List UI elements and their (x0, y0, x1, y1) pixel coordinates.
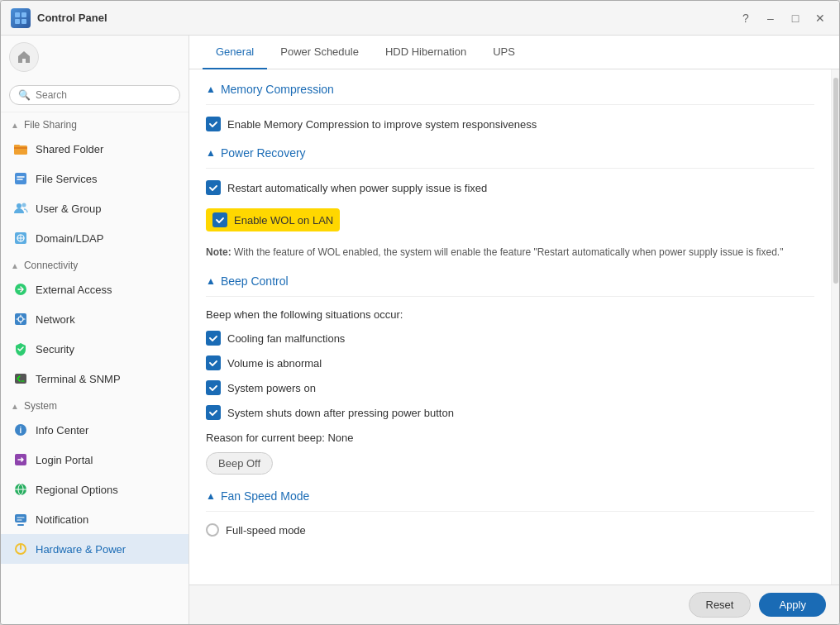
scroll-thumb[interactable] (833, 78, 838, 284)
tab-general[interactable]: General (203, 36, 267, 69)
search-box[interactable]: 🔍 (9, 85, 180, 105)
terminal-icon (12, 370, 29, 387)
check-text-system-powers-on: System powers on (227, 382, 316, 394)
tab-power-schedule[interactable]: Power Schedule (267, 36, 372, 69)
external-access-label: External Access (36, 284, 112, 296)
sidebar-item-notification[interactable]: Notification (1, 504, 189, 534)
login-portal-label: Login Portal (36, 454, 93, 466)
wol-row[interactable]: Enable WOL on LAN (206, 208, 340, 231)
network-label: Network (36, 313, 75, 326)
home-button[interactable] (9, 42, 39, 72)
close-button[interactable]: ✕ (811, 9, 829, 27)
check-text-cooling-fan: Cooling fan malfunctions (227, 332, 345, 345)
domain-ldap-label: Domain/LDAP (36, 232, 103, 245)
home-section (1, 36, 189, 79)
regional-options-icon (12, 481, 29, 498)
hardware-power-label: Hardware & Power (36, 543, 126, 556)
sidebar-item-network[interactable]: Network (1, 304, 189, 334)
sidebar-item-login-portal[interactable]: Login Portal (1, 445, 189, 475)
section-header-system[interactable]: ▲ System (1, 394, 189, 415)
check-row-cooling-fan: Cooling fan malfunctions (206, 326, 814, 351)
shared-folder-label: Shared Folder (36, 143, 103, 155)
scroll-track (831, 69, 839, 584)
help-button[interactable]: ? (737, 9, 755, 27)
chevron-icon: ▲ (11, 121, 19, 130)
scroll-area: ▲ Memory Compression Enable Memory Compr… (189, 69, 831, 584)
svg-rect-5 (14, 145, 20, 147)
beep-reason: Reason for current beep: None (206, 428, 814, 447)
minimize-button[interactable]: – (761, 9, 780, 27)
divider-fan-speed (206, 511, 814, 512)
tab-hdd-hibernation[interactable]: HDD Hibernation (372, 36, 480, 69)
check-icon-system-shuts-down (206, 405, 221, 420)
wol-label: Enable WOL on LAN (234, 214, 333, 227)
check-row-power-restart: Restart automatically when power supply … (206, 175, 814, 200)
sidebar-item-security[interactable]: Security (1, 334, 189, 364)
divider-power-recovery (206, 168, 814, 169)
sidebar-item-terminal-snmp[interactable]: Terminal & SNMP (1, 364, 189, 394)
check-icon-system-powers-on (206, 380, 221, 395)
info-center-icon: i (12, 422, 29, 438)
sidebar: 🔍 ▲ File Sharing Shared Folder (1, 36, 189, 624)
check-row-volume-abnormal: Volume is abnormal (206, 351, 814, 375)
beep-off-button[interactable]: Beep Off (206, 452, 273, 475)
section-header-file-sharing[interactable]: ▲ File Sharing (1, 112, 189, 134)
titlebar-left: Control Panel (11, 8, 107, 28)
section-header-power-recovery: ▲ Power Recovery (206, 146, 814, 160)
divider-memory (206, 104, 814, 105)
check-text-volume-abnormal: Volume is abnormal (227, 357, 322, 370)
domain-icon (12, 230, 29, 246)
section-beep-control: ▲ Beep Control Beep when the following s… (206, 274, 814, 479)
user-group-icon (12, 200, 29, 217)
notification-label: Notification (36, 513, 88, 526)
hardware-power-icon (12, 541, 29, 557)
reset-button[interactable]: Reset (689, 592, 752, 618)
network-icon (12, 311, 29, 327)
radio-row-full-speed: Full-speed mode (206, 518, 814, 542)
section-power-recovery: ▲ Power Recovery Restart automatically w… (206, 146, 814, 265)
tab-ups[interactable]: UPS (480, 36, 528, 69)
beep-control-title: Beep Control (221, 274, 289, 288)
svg-rect-19 (15, 514, 26, 522)
section-header-connectivity[interactable]: ▲ Connectivity (1, 253, 189, 274)
chevron-fan-icon: ▲ (206, 490, 216, 502)
check-icon-cooling-fan (206, 331, 221, 346)
file-services-icon (12, 170, 29, 187)
window-controls: ? – □ ✕ (737, 9, 829, 27)
sidebar-item-file-services[interactable]: File Services (1, 164, 189, 193)
wol-note: Note: With the feature of WOL enabled, t… (206, 240, 814, 265)
svg-rect-3 (21, 19, 26, 24)
svg-rect-2 (15, 19, 20, 24)
sidebar-item-regional-options[interactable]: Regional Options (1, 475, 189, 504)
sidebar-item-info-center[interactable]: i Info Center (1, 415, 189, 445)
divider-beep (206, 296, 814, 297)
regional-options-label: Regional Options (36, 484, 118, 496)
svg-rect-0 (15, 12, 20, 17)
titlebar: Control Panel ? – □ ✕ (1, 1, 839, 36)
apply-button[interactable]: Apply (759, 593, 826, 617)
radio-full-speed[interactable] (206, 523, 219, 537)
window-title: Control Panel (37, 12, 107, 24)
beep-description: Beep when the following situations occur… (206, 303, 814, 326)
security-label: Security (36, 343, 74, 355)
chevron-power-icon: ▲ (206, 147, 216, 159)
login-portal-icon (12, 451, 29, 468)
sidebar-item-user-group[interactable]: User & Group (1, 193, 189, 223)
note-prefix: Note: (206, 246, 231, 258)
sidebar-item-external-access[interactable]: External Access (1, 274, 189, 304)
fan-speed-title: Fan Speed Mode (221, 489, 309, 503)
wol-check-icon (212, 212, 227, 227)
section-label-connectivity: Connectivity (24, 260, 78, 271)
sidebar-item-shared-folder[interactable]: Shared Folder (1, 134, 189, 164)
search-input[interactable] (36, 89, 171, 101)
sidebar-item-hardware-power[interactable]: Hardware & Power (1, 534, 189, 564)
check-text-system-shuts-down: System shuts down after pressing power b… (227, 407, 454, 419)
check-text-power-restart: Restart automatically when power supply … (227, 182, 487, 194)
sidebar-item-domain-ldap[interactable]: Domain/LDAP (1, 223, 189, 253)
check-icon-memory (206, 117, 221, 131)
maximize-button[interactable]: □ (786, 9, 804, 27)
svg-rect-6 (15, 173, 26, 184)
power-recovery-title: Power Recovery (221, 146, 306, 160)
wol-row-wrapper: Enable WOL on LAN (206, 205, 814, 235)
app-icon (11, 8, 31, 28)
